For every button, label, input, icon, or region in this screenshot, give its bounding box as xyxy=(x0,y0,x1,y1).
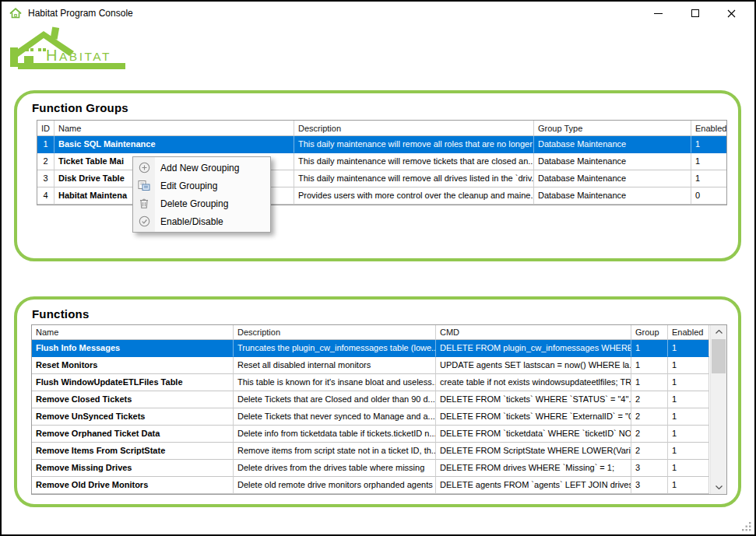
column-header-cmd[interactable]: CMD xyxy=(436,325,631,340)
table-row[interactable]: Remove Items From ScriptStateRemove item… xyxy=(32,443,726,460)
resize-grip[interactable] xyxy=(741,521,751,531)
maximize-button[interactable] xyxy=(677,2,713,25)
menu-item-delete-grouping[interactable]: Delete Grouping xyxy=(133,194,270,212)
functions-title: Functions xyxy=(32,307,89,321)
cell-name: Remove Closed Tickets xyxy=(32,391,234,408)
cell-group: 2 xyxy=(631,391,668,408)
cell-description: Delete old remote drive monitors orphand… xyxy=(234,477,436,494)
column-header-group[interactable]: Group xyxy=(631,325,668,340)
cell-enabled: 1 xyxy=(668,443,709,460)
table-row[interactable]: Flush Info MessagesTruncates the plugin_… xyxy=(32,340,726,357)
cell-name: Basic SQL Maintenance xyxy=(55,136,294,153)
column-header-enabled[interactable]: Enabled xyxy=(668,325,709,340)
cell-cmd: DELETE FROM `tickets` WHERE `ExternalID`… xyxy=(436,408,631,426)
cell-group_type: Database Maintenance xyxy=(534,153,691,170)
cell-description: Remove items from script state not in a … xyxy=(234,443,436,460)
scroll-up-button[interactable] xyxy=(711,325,726,338)
cell-description: Delete Tickets that never synced to Mana… xyxy=(234,408,436,426)
vertical-scrollbar[interactable] xyxy=(710,325,726,494)
function-groups-title: Function Groups xyxy=(32,101,128,114)
cell-cmd: DELETE FROM drives WHERE `Missing` = 1; xyxy=(436,460,631,477)
cell-enabled: 0 xyxy=(691,187,726,205)
cell-group: 1 xyxy=(631,340,668,357)
table-row[interactable]: 1Basic SQL MaintenanceThis daily mainten… xyxy=(37,136,726,153)
cell-name: Flush WindowUpdateETLFiles Table xyxy=(32,374,234,391)
cell-cmd: DELETE FROM `ticketdata` WHERE `ticketID… xyxy=(436,426,631,443)
cell-id: 1 xyxy=(37,136,55,153)
maximize-icon xyxy=(691,9,699,17)
window-title: Habitat Program Console xyxy=(28,8,133,19)
context-menu: Add New Grouping Edit Grouping xyxy=(132,156,271,233)
column-header-name[interactable]: Name xyxy=(55,121,294,136)
column-header-description[interactable]: Description xyxy=(234,325,436,340)
table-row[interactable]: Remove Closed TicketsDelete Tickets that… xyxy=(32,391,726,408)
scrollbar-thumb[interactable] xyxy=(712,339,726,373)
cell-group: 2 xyxy=(631,426,668,443)
chevron-down-icon xyxy=(716,485,723,489)
cell-enabled: 1 xyxy=(668,357,709,374)
cell-enabled: 1 xyxy=(668,340,709,357)
cell-enabled: 1 xyxy=(668,460,709,477)
cell-cmd: DELETE FROM ScriptState WHERE LOWER(Vari… xyxy=(436,443,631,460)
table-row[interactable]: Remove UnSynced TicketsDelete Tickets th… xyxy=(32,408,726,426)
minimize-button[interactable] xyxy=(640,2,677,25)
cell-cmd: DELETE agents FROM `agents` LEFT JOIN dr… xyxy=(436,477,631,494)
column-header-id[interactable]: ID xyxy=(37,121,55,136)
chevron-up-icon xyxy=(716,330,723,334)
cell-group_type: Database Maintenance xyxy=(534,170,691,187)
menu-item-edit-grouping[interactable]: Edit Grouping xyxy=(133,177,270,194)
add-circle-icon xyxy=(133,162,155,173)
cell-name: Remove UnSynced Tickets xyxy=(32,408,234,426)
menu-item-add-new-grouping[interactable]: Add New Grouping xyxy=(133,159,270,177)
scroll-down-button[interactable] xyxy=(711,481,726,494)
cell-enabled: 1 xyxy=(691,153,726,170)
cell-enabled: 1 xyxy=(691,136,726,153)
cell-enabled: 1 xyxy=(668,426,709,443)
window-controls xyxy=(640,2,750,25)
cell-name: Flush Info Messages xyxy=(32,340,234,357)
cell-description: Reset all disabled internal monitors xyxy=(234,357,436,374)
table-row[interactable]: Remove Old Drive MonitorsDelete old remo… xyxy=(32,477,726,494)
habitat-logo: HABITAT xyxy=(9,26,127,72)
table-row[interactable]: Remove Orphaned Ticket DataDelete info f… xyxy=(32,426,726,443)
cell-description: Delete drives from the drives table wher… xyxy=(234,460,436,477)
table-row[interactable]: Remove Missing DrivesDelete drives from … xyxy=(32,460,726,477)
cell-group_type: Database Maintenance xyxy=(534,136,691,153)
functions-header: Name Description CMD Group Enabled xyxy=(32,325,726,340)
check-circle-icon xyxy=(133,215,155,227)
title-bar: Habitat Program Console xyxy=(2,2,754,25)
close-button[interactable] xyxy=(713,2,750,25)
cell-description: This table is known for it's insane bloa… xyxy=(234,374,436,391)
cell-group: 2 xyxy=(631,443,668,460)
column-header-group-type[interactable]: Group Type xyxy=(534,121,691,136)
cell-group: 1 xyxy=(631,357,668,374)
cell-cmd: DELETE FROM plugin_cw_infomessages WHERE… xyxy=(436,340,631,357)
cell-enabled: 1 xyxy=(668,477,709,494)
cell-id: 2 xyxy=(37,153,55,170)
table-row[interactable]: Flush WindowUpdateETLFiles TableThis tab… xyxy=(32,374,726,391)
cell-group: 3 xyxy=(631,460,668,477)
functions-table: Name Description CMD Group Enabled Flush… xyxy=(31,324,727,495)
cell-description: Provides users with more control over th… xyxy=(294,187,534,205)
cell-name: Remove Old Drive Monitors xyxy=(32,477,234,494)
cell-cmd: UPDATE agents SET lastscan = now() WHERE… xyxy=(436,357,631,374)
trash-icon xyxy=(133,198,155,209)
menu-item-enable-disable[interactable]: Enable/Disable xyxy=(133,212,270,230)
cell-description: This daily maintenance will remove all r… xyxy=(294,136,534,153)
cell-enabled: 1 xyxy=(668,374,709,391)
cell-description: Truncates the plugin_cw_infomessages tab… xyxy=(234,340,436,357)
cell-group: 1 xyxy=(631,374,668,391)
column-header-description[interactable]: Description xyxy=(294,121,534,136)
edit-grouping-icon xyxy=(133,180,155,191)
cell-enabled: 1 xyxy=(691,170,726,187)
app-window: Habitat Program Console HABITAT Function… xyxy=(0,0,756,536)
minimize-icon xyxy=(654,13,663,14)
table-row[interactable]: Reset MonitorsReset all disabled interna… xyxy=(32,357,726,374)
cell-id: 3 xyxy=(37,170,55,187)
column-header-name[interactable]: Name xyxy=(32,325,234,340)
functions-body: Flush Info MessagesTruncates the plugin_… xyxy=(32,340,726,494)
cell-group: 3 xyxy=(631,477,668,494)
function-groups-header: ID Name Description Group Type Enabled xyxy=(37,121,726,136)
svg-text:HABITAT: HABITAT xyxy=(46,47,111,64)
column-header-enabled[interactable]: Enabled xyxy=(691,121,726,136)
